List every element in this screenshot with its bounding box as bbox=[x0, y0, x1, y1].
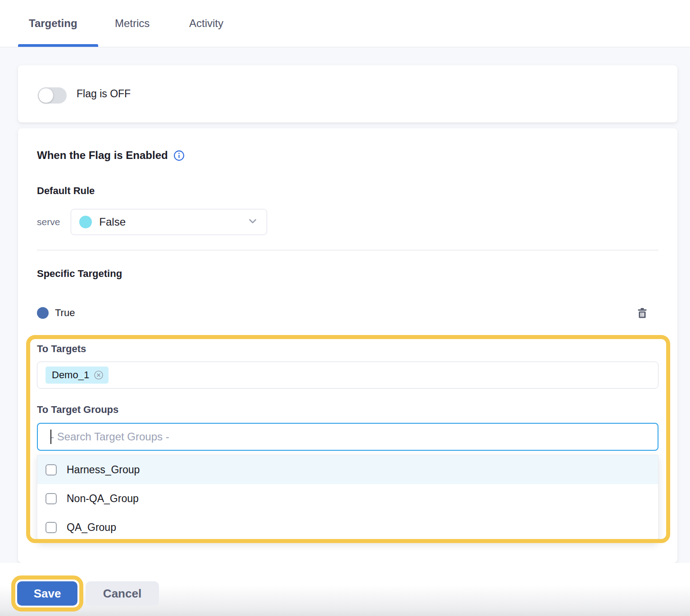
target-group-option-label: Harness_Group bbox=[67, 464, 140, 476]
default-rule-heading: Default Rule bbox=[37, 185, 95, 197]
target-groups-search-box bbox=[37, 423, 658, 451]
default-rule-serve-row: serve False bbox=[37, 209, 267, 235]
checkbox[interactable] bbox=[45, 464, 57, 476]
tab-activity[interactable]: Activity bbox=[189, 0, 223, 47]
rules-title-row: When the Flag is Enabled bbox=[37, 149, 185, 162]
flag-status-card: Flag is OFF bbox=[18, 65, 677, 122]
default-variation-value: False bbox=[99, 216, 240, 228]
target-groups-search-input[interactable] bbox=[38, 424, 658, 450]
tab-metrics-label: Metrics bbox=[115, 17, 150, 30]
action-footer: Save Cancel bbox=[0, 563, 690, 616]
tab-activity-label: Activity bbox=[189, 17, 223, 30]
flag-toggle-knob bbox=[38, 88, 54, 103]
to-target-groups-label: To Target Groups bbox=[37, 404, 118, 416]
default-variation-select[interactable]: False bbox=[71, 209, 267, 235]
text-caret bbox=[50, 430, 51, 444]
variation-true-dot bbox=[37, 307, 49, 319]
to-targets-input[interactable]: Demo_1 bbox=[37, 362, 658, 389]
target-group-option[interactable]: Harness_Group bbox=[37, 455, 658, 484]
chevron-down-icon bbox=[247, 215, 259, 229]
flag-toggle[interactable] bbox=[38, 87, 67, 104]
target-group-option[interactable]: QA_Group bbox=[37, 513, 658, 542]
target-group-option[interactable]: Non-QA_Group bbox=[37, 484, 658, 513]
target-chip-label: Demo_1 bbox=[52, 369, 89, 381]
target-groups-dropdown: Harness_Group Non-QA_Group QA_Group bbox=[37, 455, 658, 542]
tab-targeting[interactable]: Targeting bbox=[29, 0, 77, 47]
when-flag-enabled-title: When the Flag is Enabled bbox=[37, 149, 168, 162]
info-icon[interactable] bbox=[173, 150, 185, 161]
flag-rules-card: When the Flag is Enabled Default Rule se… bbox=[18, 128, 677, 563]
checkbox[interactable] bbox=[45, 522, 57, 533]
specific-targeting-heading: Specific Targeting bbox=[37, 268, 122, 280]
tab-targeting-label: Targeting bbox=[29, 17, 77, 30]
checkbox[interactable] bbox=[45, 493, 57, 504]
save-highlight-ring: Save bbox=[11, 575, 83, 611]
flag-status-label: Flag is OFF bbox=[77, 65, 131, 122]
variation-false-dot bbox=[79, 216, 92, 228]
variation-true-label: True bbox=[55, 307, 630, 319]
specific-targeting-variation-row: True bbox=[37, 304, 658, 322]
save-button[interactable]: Save bbox=[17, 581, 77, 606]
remove-target-icon[interactable] bbox=[93, 370, 104, 380]
target-group-option-label: Non-QA_Group bbox=[67, 493, 139, 505]
tab-bar: Targeting Metrics Activity bbox=[0, 0, 690, 47]
cancel-button[interactable]: Cancel bbox=[86, 581, 159, 606]
delete-rule-button[interactable] bbox=[636, 307, 649, 319]
active-tab-underline bbox=[18, 44, 98, 47]
serve-label: serve bbox=[37, 217, 60, 227]
section-divider bbox=[37, 250, 658, 250]
to-targets-label: To Targets bbox=[37, 343, 86, 355]
tab-metrics[interactable]: Metrics bbox=[115, 0, 150, 47]
target-chip: Demo_1 bbox=[45, 367, 109, 384]
target-group-option-label: QA_Group bbox=[67, 521, 116, 534]
